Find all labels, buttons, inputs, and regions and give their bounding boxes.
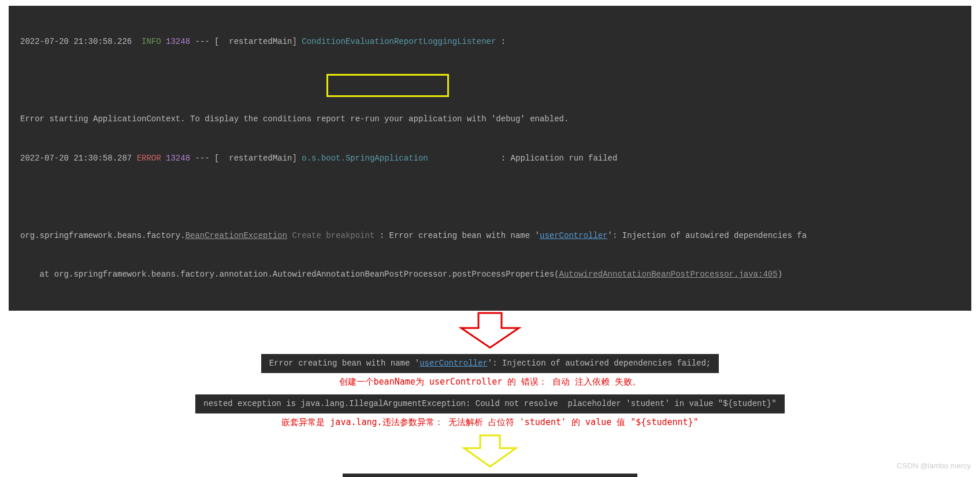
console-log-block: 2022-07-20 21:30:58.226 INFO 13248 --- [… xyxy=(9,6,971,311)
stack-link[interactable]: AutowiredAnnotationBeanPostProcessor.jav… xyxy=(559,270,778,279)
log-logger: ConditionEvaluationReportLoggingListener xyxy=(302,37,496,46)
log-line-3: 2022-07-20 21:30:58.287 ERROR 13248 --- … xyxy=(20,151,960,166)
log-tail: : xyxy=(496,37,510,46)
log-line-blank-2 xyxy=(20,190,960,204)
yellow-arrow-icon xyxy=(0,434,980,469)
watermark-text: CSDN @lambo mercy xyxy=(897,460,971,472)
log-tail: : Application run failed xyxy=(496,154,617,163)
snippet-row-2: nested exception is java.lang.IllegalArg… xyxy=(0,394,980,413)
log-level-error: ERROR xyxy=(137,154,161,163)
log-line-blank xyxy=(20,73,960,88)
stack-prefix: at org.springframework.beans.factory.ann… xyxy=(20,270,559,279)
log-dashes: --- [ restartedMain] xyxy=(190,154,302,163)
log-line-5: at org.springframework.beans.factory.ann… xyxy=(20,267,960,282)
log-line-4: org.springframework.beans.factory.BeanCr… xyxy=(20,229,960,243)
snippet-row-1: Error creating bean with name 'userContr… xyxy=(0,354,980,373)
error-snippet-1: Error creating bean with name 'userContr… xyxy=(261,354,719,373)
bean-link[interactable]: userController xyxy=(540,231,608,240)
yellow-highlight-box xyxy=(326,74,449,97)
log-line-1: 2022-07-20 21:30:58.226 INFO 13248 --- [… xyxy=(20,35,960,49)
log-dashes: --- [ restartedMain] xyxy=(190,37,302,46)
log-line-2: Error starting ApplicationContext. To di… xyxy=(20,112,960,126)
code-block: @Value("${student}") private Student stu… xyxy=(343,474,637,477)
log-logger: o.s.boot.SpringApplication xyxy=(302,154,496,163)
exception-suffix: ': Injection of autowired dependencies f… xyxy=(608,231,807,240)
timestamp: 2022-07-20 21:30:58.287 xyxy=(20,154,132,163)
exception-prefix: org.springframework.beans.factory. xyxy=(20,231,185,240)
stack-suffix: ) xyxy=(778,270,782,279)
annotation-1: 创建一个beanName为 userController 的 错误： 自动 注入… xyxy=(0,375,980,389)
timestamp: 2022-07-20 21:30:58.226 xyxy=(20,37,132,46)
create-breakpoint-hint[interactable]: Create breakpoint xyxy=(287,231,380,240)
snippet1-bean-link[interactable]: userController xyxy=(420,359,488,368)
log-pid: 13248 xyxy=(166,37,190,46)
snippet1-pre: Error creating bean with name ' xyxy=(269,359,420,368)
error-snippet-2: nested exception is java.lang.IllegalArg… xyxy=(195,394,784,413)
annotation-2: 嵌套异常是 java.lang.违法参数异常： 无法解析 占位符 'studen… xyxy=(0,416,980,429)
exception-link[interactable]: BeanCreationException xyxy=(185,231,287,240)
log-pid: 13248 xyxy=(166,154,190,163)
snippet1-post: ': Injection of autowired dependencies f… xyxy=(488,359,711,368)
exception-mid: : Error creating bean with name ' xyxy=(380,231,540,240)
red-arrow-icon xyxy=(0,312,980,349)
log-level-info: INFO xyxy=(142,37,161,46)
